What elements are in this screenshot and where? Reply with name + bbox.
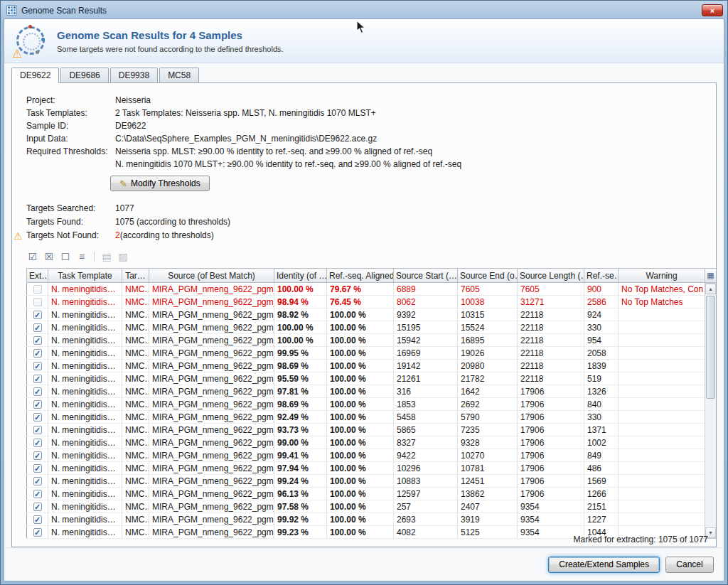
cell-extract bbox=[27, 411, 48, 424]
cell-extract bbox=[27, 526, 48, 539]
tab-de9622[interactable]: DE9622 bbox=[11, 68, 59, 83]
table-toolbar: ☑ ☒ ☐ ≡ ▤ ▨ bbox=[26, 250, 716, 263]
column-header[interactable]: Tar… bbox=[122, 269, 149, 283]
sample-info: Project: Neisseria Task Templates: 2 Tas… bbox=[26, 94, 716, 171]
table-row[interactable]: N. meningitidis…NMC…MIRA_PGM_nmeng_9622_… bbox=[27, 296, 705, 308]
results-table-container: Ext…Task TemplateTar…Source (of Best Mat… bbox=[26, 268, 717, 539]
row-checkbox[interactable] bbox=[33, 464, 42, 473]
close-button[interactable]: × bbox=[702, 4, 723, 16]
table-row[interactable]: N. meningitidis…NMC…MIRA_PGM_nmeng_9622_… bbox=[27, 424, 705, 436]
row-checkbox[interactable] bbox=[33, 477, 42, 485]
copy-icon[interactable]: ▤ bbox=[100, 250, 113, 263]
info-label bbox=[26, 158, 115, 171]
table-row[interactable]: N. meningitidis…NMC…MIRA_PGM_nmeng_9622_… bbox=[27, 321, 705, 334]
scroll-thumb[interactable] bbox=[706, 296, 715, 399]
table-row[interactable]: N. meningitidis…NMC…MIRA_PGM_nmeng_9622_… bbox=[27, 411, 705, 424]
titlebar[interactable]: Genome Scan Results × bbox=[4, 1, 724, 18]
row-checkbox[interactable] bbox=[33, 515, 42, 524]
table-row[interactable]: N. meningitidis…NMC…MIRA_PGM_nmeng_9622_… bbox=[27, 347, 705, 360]
cell-task: N. meningitidis… bbox=[48, 411, 122, 424]
row-checkbox[interactable] bbox=[33, 490, 42, 498]
row-checkbox[interactable] bbox=[33, 298, 42, 306]
targets-found-row: Targets Found: 1075 (according to thresh… bbox=[26, 215, 716, 229]
table-row[interactable]: N. meningitidis…NMC…MIRA_PGM_nmeng_9622_… bbox=[27, 436, 705, 449]
row-checkbox[interactable] bbox=[33, 387, 42, 396]
column-header[interactable]: Ext… bbox=[27, 269, 48, 283]
table-row[interactable]: N. meningitidis…NMC…MIRA_PGM_nmeng_9622_… bbox=[27, 513, 705, 526]
row-checkbox[interactable] bbox=[33, 400, 42, 409]
tab-de9938[interactable]: DE9938 bbox=[110, 68, 158, 82]
cell-source: MIRA_PGM_nmeng_9622_pgm_m… bbox=[149, 372, 274, 385]
row-checkbox[interactable] bbox=[33, 375, 42, 383]
row-checkbox[interactable] bbox=[33, 503, 42, 511]
column-header[interactable]: Source Length (… bbox=[518, 269, 584, 283]
row-checkbox[interactable] bbox=[33, 311, 42, 319]
cell-source: MIRA_PGM_nmeng_9622_pgm_m… bbox=[149, 398, 274, 411]
table-row[interactable]: N. meningitidis…NMC…MIRA_PGM_nmeng_9622_… bbox=[27, 372, 705, 385]
row-checkbox[interactable] bbox=[33, 336, 42, 345]
info-label: Sample ID: bbox=[26, 119, 115, 132]
row-checkbox[interactable] bbox=[33, 426, 42, 434]
table-row[interactable]: N. meningitidis…NMC…MIRA_PGM_nmeng_9622_… bbox=[27, 283, 705, 296]
table-row[interactable]: N. meningitidis…NMC…MIRA_PGM_nmeng_9622_… bbox=[27, 334, 705, 347]
column-header[interactable]: Ref.-seq. Aligned… bbox=[327, 269, 394, 283]
column-header[interactable]: Task Template bbox=[48, 269, 122, 283]
grid-icon: ▦ bbox=[707, 271, 714, 280]
cell-end: 10781 bbox=[458, 462, 518, 475]
cell-length: 17906 bbox=[518, 436, 584, 449]
table-row[interactable]: N. meningitidis…NMC…MIRA_PGM_nmeng_9622_… bbox=[27, 488, 705, 500]
cell-identity: 99.00 % bbox=[274, 436, 327, 449]
table-row[interactable]: N. meningitidis…NMC…MIRA_PGM_nmeng_9622_… bbox=[27, 360, 705, 372]
row-checkbox[interactable] bbox=[33, 323, 42, 332]
check-all-icon[interactable]: ☑ bbox=[26, 250, 39, 263]
uncheck-all-icon[interactable]: ☐ bbox=[59, 250, 72, 263]
column-header[interactable]: Ref.-se… bbox=[584, 269, 619, 283]
cell-warning bbox=[619, 449, 705, 462]
cell-source: MIRA_PGM_nmeng_9622_pgm_m… bbox=[149, 321, 274, 334]
cancel-button[interactable]: Cancel bbox=[665, 557, 714, 573]
check-selected-icon[interactable]: ☒ bbox=[43, 250, 55, 263]
info-row-input-data: Input Data: C:\Data\SeqSphere_Examples_P… bbox=[26, 132, 716, 145]
column-header[interactable]: Warning bbox=[619, 269, 705, 283]
column-chooser-button[interactable]: ▦ bbox=[705, 268, 717, 283]
table-scrollbar[interactable]: ▲ ▼ bbox=[705, 283, 717, 539]
cell-target: NMC… bbox=[122, 283, 149, 296]
cell-length: 17906 bbox=[518, 449, 584, 462]
row-checkbox[interactable] bbox=[33, 413, 42, 422]
row-checkbox[interactable] bbox=[33, 528, 42, 537]
table-row[interactable]: N. meningitidis…NMC…MIRA_PGM_nmeng_9622_… bbox=[27, 475, 705, 488]
row-checkbox[interactable] bbox=[33, 439, 42, 447]
cell-extract bbox=[27, 372, 48, 385]
table-row[interactable]: N. meningitidis…NMC…MIRA_PGM_nmeng_9622_… bbox=[27, 308, 705, 321]
create-extend-samples-button[interactable]: Create/Extend Samples bbox=[548, 557, 660, 573]
table-row[interactable]: N. meningitidis…NMC…MIRA_PGM_nmeng_9622_… bbox=[27, 500, 705, 513]
column-header[interactable]: Identity (of … bbox=[274, 269, 327, 283]
cell-start: 1853 bbox=[394, 398, 458, 411]
close-icon: × bbox=[710, 6, 714, 15]
modify-thresholds-button[interactable]: ✎ Modify Thresholds bbox=[110, 176, 210, 191]
cell-extract bbox=[27, 334, 48, 347]
row-checkbox[interactable] bbox=[33, 451, 42, 460]
cell-refseq: 1569 bbox=[584, 475, 619, 488]
cell-task: N. meningitidis… bbox=[48, 385, 122, 398]
cell-end: 3919 bbox=[458, 513, 518, 526]
scroll-up-icon[interactable]: ▲ bbox=[705, 284, 716, 294]
table-row[interactable]: N. meningitidis…NMC…MIRA_PGM_nmeng_9622_… bbox=[27, 385, 705, 398]
column-header[interactable]: Source (of Best Match) bbox=[149, 269, 274, 283]
list-options-icon[interactable]: ≡ bbox=[75, 250, 88, 263]
cell-refseq: 2058 bbox=[584, 347, 619, 360]
cell-aligned: 100.00 % bbox=[327, 398, 394, 411]
row-checkbox[interactable] bbox=[33, 362, 42, 370]
export-image-icon[interactable]: ▨ bbox=[117, 250, 129, 263]
tab-mc58[interactable]: MC58 bbox=[159, 68, 199, 82]
table-row[interactable]: N. meningitidis…NMC…MIRA_PGM_nmeng_9622_… bbox=[27, 398, 705, 411]
column-header[interactable]: Source End (o… bbox=[458, 269, 518, 283]
table-row[interactable]: N. meningitidis…NMC…MIRA_PGM_nmeng_9622_… bbox=[27, 449, 705, 462]
cell-start: 16969 bbox=[394, 347, 458, 360]
tab-de9686[interactable]: DE9686 bbox=[60, 68, 108, 82]
table-row[interactable]: N. meningitidis…NMC…MIRA_PGM_nmeng_9622_… bbox=[27, 462, 705, 475]
row-checkbox[interactable] bbox=[33, 285, 42, 294]
cell-source: MIRA_PGM_nmeng_9622_pgm_m… bbox=[149, 526, 274, 539]
row-checkbox[interactable] bbox=[33, 349, 42, 358]
column-header[interactable]: Source Start (… bbox=[394, 269, 458, 283]
